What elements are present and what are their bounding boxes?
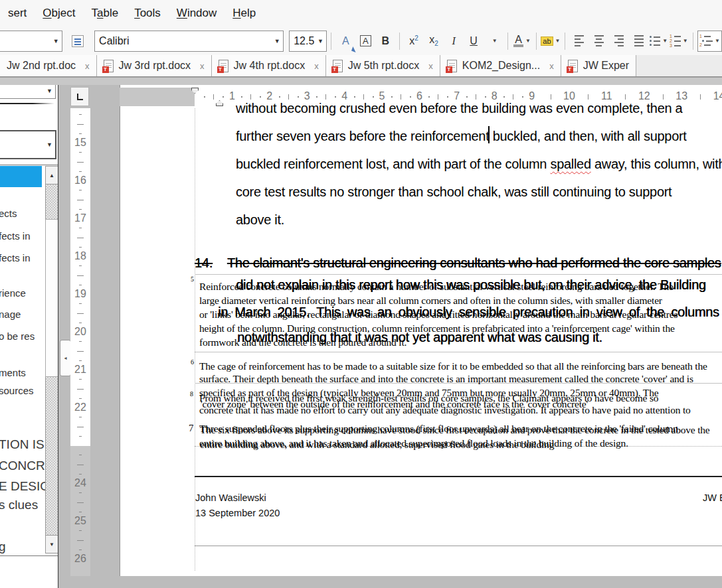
chevron-down-icon[interactable]: ▼: [46, 141, 52, 148]
subscript-button[interactable]: x2: [424, 31, 444, 51]
scrollbar-trough[interactable]: [45, 184, 58, 219]
list-item[interactable]: fects in: [0, 230, 31, 242]
text-document-icon: T: [104, 60, 114, 72]
chevron-down-icon[interactable]: ▼: [555, 38, 561, 44]
panel-filter-combo[interactable]: ▼: [0, 130, 56, 159]
footnote-marker: 7: [189, 423, 194, 434]
selected-list-row[interactable]: [0, 166, 42, 187]
menu-help[interactable]: Help: [225, 3, 264, 24]
ruler-tick: [663, 94, 664, 100]
panel-top-combo[interactable]: ▼: [0, 85, 56, 99]
update-style-button[interactable]: [68, 31, 88, 51]
document-tab[interactable]: TJw 4th rpt.docxx: [212, 55, 326, 76]
chevron-down-icon[interactable]: ▼: [683, 38, 688, 44]
document-tab[interactable]: TJW Exper: [561, 55, 636, 76]
list-item[interactable]: ects: [0, 208, 17, 219]
chevron-down-icon[interactable]: ▼: [271, 38, 283, 44]
highlight-color-button[interactable]: ab ▼: [541, 31, 561, 51]
chevron-down-icon[interactable]: ▼: [50, 38, 62, 44]
panel-divider: [0, 103, 54, 104]
ruler-tick: [428, 96, 430, 98]
font-size-combo[interactable]: 12.5 ▼: [289, 31, 327, 52]
tab-stop-type-button[interactable]: [70, 87, 89, 106]
row-border-line: [195, 274, 722, 275]
tab-label: KOM2_Design...: [462, 60, 540, 72]
bullet-list-button[interactable]: ▼: [649, 31, 669, 51]
list-item[interactable]: o be res: [0, 331, 35, 342]
ruler-tick: [79, 303, 82, 304]
heading-number: 14.: [195, 256, 213, 270]
close-icon[interactable]: x: [196, 61, 205, 71]
list-item[interactable]: sources: [0, 385, 34, 396]
close-icon[interactable]: x: [545, 61, 554, 71]
underline-icon: U: [470, 35, 478, 47]
document-tab[interactable]: Jw 2nd rpt.docx: [0, 55, 97, 76]
ruler-tick: [503, 96, 505, 98]
align-right-button[interactable]: [609, 31, 629, 51]
document-tab[interactable]: TJw 3rd rpt.docxx: [97, 55, 212, 76]
ruler-tick: [279, 96, 280, 98]
vertical-ruler[interactable]: 1516171819202122242526: [70, 108, 90, 584]
menu-sert[interactable]: sert: [0, 3, 35, 24]
scrollbar-trough[interactable]: [45, 377, 58, 535]
bullet-list-icon: [650, 36, 660, 46]
menu-object[interactable]: Object: [35, 3, 83, 24]
superscript-button[interactable]: x2: [404, 31, 424, 51]
ruler-number: 24: [70, 477, 90, 489]
body-text-line: buckled reinforcement lost, and with par…: [236, 157, 722, 172]
ruler-number: 21: [70, 364, 90, 376]
font-color-button[interactable]: A ▼: [512, 31, 532, 51]
justify-icon: [634, 35, 644, 46]
chevron-down-icon[interactable]: ▼: [46, 88, 52, 94]
justify-button[interactable]: [629, 31, 649, 51]
footnote-line: large diameter vertical reinforcing bars…: [199, 295, 662, 307]
list-item[interactable]: g: [0, 540, 6, 554]
character-style-button[interactable]: A: [335, 31, 355, 51]
scroll-down-button[interactable]: ▼: [45, 535, 58, 553]
list-item[interactable]: TION IS: [0, 437, 45, 452]
list-item[interactable]: s clues: [0, 498, 38, 512]
toolbar-separator: [693, 33, 693, 50]
menu-table[interactable]: Table: [84, 3, 127, 24]
list-item[interactable]: E DESIG: [0, 479, 50, 494]
underline-button[interactable]: U: [464, 31, 484, 51]
align-center-button[interactable]: [589, 31, 609, 51]
list-item[interactable]: ments: [0, 367, 26, 378]
scroll-up-button[interactable]: ▲: [45, 166, 58, 184]
list-item[interactable]: nage: [0, 309, 21, 320]
bold-button[interactable]: B: [375, 31, 395, 51]
menu-tools[interactable]: Tools: [126, 3, 169, 24]
italic-button[interactable]: I: [444, 31, 464, 51]
menu-window[interactable]: Window: [169, 3, 225, 24]
list-item[interactable]: CONCR: [0, 459, 45, 473]
align-left-button[interactable]: [569, 31, 589, 51]
ruler-tick: [79, 114, 82, 115]
ruler-tick: [700, 94, 701, 100]
chevron-down-icon[interactable]: ▼: [715, 38, 720, 44]
outline-list-button[interactable]: 1 2 ▼: [697, 31, 722, 52]
list-item[interactable]: fects in: [0, 252, 31, 263]
list-item[interactable]: rience: [0, 287, 26, 299]
numbered-list-button[interactable]: 1 2 3 ▼: [669, 31, 689, 51]
font-size-value: 12.5: [290, 35, 314, 47]
paragraph-style-combo[interactable]: ▼: [0, 31, 62, 52]
boxed-character-button[interactable]: A: [355, 31, 375, 51]
footnote-line: The cage of reinforcement has to be made…: [199, 360, 707, 372]
ruler-tick: [79, 247, 82, 248]
ruler-tick: [77, 427, 84, 427]
document-tab[interactable]: TKOM2_Design...x: [440, 55, 561, 76]
chevron-down-icon[interactable]: ▼: [314, 38, 326, 44]
close-icon[interactable]: x: [81, 61, 90, 71]
underline-dropdown[interactable]: ▼: [484, 31, 503, 51]
sidebar-collapse-handle[interactable]: ◂: [60, 340, 71, 376]
ruler-tick: [298, 96, 299, 98]
chevron-down-icon[interactable]: ▼: [525, 38, 531, 44]
panel-list-box[interactable]: ectsfects infects inriencenageo be resme…: [0, 165, 58, 556]
chevron-down-icon[interactable]: ▼: [662, 38, 668, 44]
arrow-up-icon: ▲: [49, 173, 54, 179]
document-tab[interactable]: TJw 5th rpt.docxx: [326, 55, 440, 76]
close-icon[interactable]: x: [310, 61, 319, 71]
scrollbar-thumb[interactable]: [45, 219, 58, 377]
close-icon[interactable]: x: [424, 61, 433, 71]
font-name-combo[interactable]: Calibri ▼: [94, 31, 284, 52]
